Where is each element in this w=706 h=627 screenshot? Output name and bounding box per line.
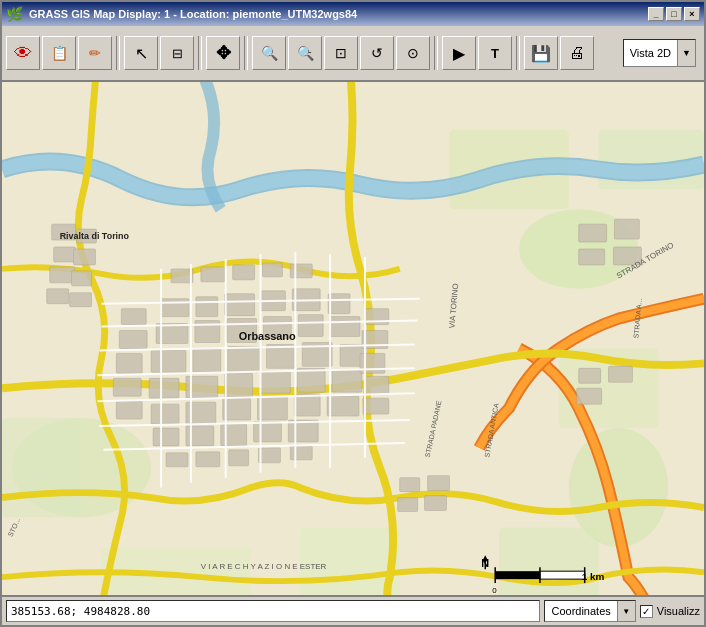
map-svg: VIA TORINO STRADA PADANE STRADA ANTICA S… [2,82,704,595]
zoom-in-button[interactable]: 🔍 [252,36,286,70]
svg-rect-65 [259,448,281,463]
print-icon: 🖨 [569,44,585,62]
close-button[interactable]: × [684,7,700,21]
svg-rect-34 [297,368,325,392]
svg-rect-70 [47,289,69,304]
svg-rect-75 [579,224,607,242]
separator-5 [516,36,520,70]
zoom-back-icon: ↺ [371,45,383,61]
toolbar: 👁 📋 ✏ ↖ ⊟ ✥ 🔍 🔍- [2,26,704,82]
zoom-region-icon: ⊡ [335,45,347,61]
svg-rect-113 [540,571,585,579]
separator-4 [434,36,438,70]
save-icon: 💾 [531,44,551,63]
svg-rect-35 [332,370,362,392]
layers-icon: 📋 [51,45,68,61]
separator-2 [198,36,202,70]
svg-rect-51 [116,401,142,419]
svg-rect-33 [261,371,291,393]
svg-rect-69 [50,267,75,283]
window-title: GRASS GIS Map Display: 1 - Location: pie… [29,8,357,20]
save-button[interactable]: 💾 [524,36,558,70]
svg-rect-66 [290,446,312,460]
svg-rect-41 [327,396,359,416]
svg-rect-80 [609,366,633,382]
svg-rect-36 [151,404,179,424]
coordinates-dropdown-button[interactable]: ▼ [617,601,635,621]
svg-rect-55 [365,376,389,394]
separator-3 [244,36,248,70]
select-button[interactable]: ⊟ [160,36,194,70]
zoom-in-icon: 🔍 [261,45,278,61]
svg-rect-44 [221,424,247,446]
svg-rect-61 [290,264,312,278]
zoom-region-button[interactable]: ⊡ [324,36,358,70]
svg-text:0: 0 [492,586,497,595]
svg-rect-39 [258,396,288,420]
svg-text:V I A  R E C H Y A Z I O N E  : V I A R E C H Y A Z I O N E ESTER [201,562,327,571]
svg-rect-23 [330,317,360,337]
svg-rect-13 [196,297,218,317]
coordinates-dropdown-label: Coordinates [545,605,616,617]
svg-rect-24 [151,350,186,372]
zoom-out-icon: 🔍- [297,45,314,61]
svg-rect-49 [116,353,142,373]
svg-rect-46 [288,420,318,442]
pan-icon: ✥ [216,42,231,64]
coordinates-value: 385153.68; 4984828.80 [11,605,150,618]
svg-rect-68 [54,247,76,262]
svg-text:Orbassano: Orbassano [239,330,296,342]
visualize-checkbox[interactable]: ✓ [640,605,653,618]
render-icon: ▶ [453,44,465,63]
svg-rect-83 [428,476,450,491]
svg-rect-56 [363,398,389,414]
view-select-label: Vista 2D [624,47,677,59]
svg-rect-73 [72,271,92,286]
zoom-extent-button[interactable]: ⊙ [396,36,430,70]
svg-rect-48 [119,331,147,349]
svg-rect-85 [425,496,447,511]
svg-rect-58 [201,267,225,282]
minimize-button[interactable]: _ [648,7,664,21]
svg-rect-32 [225,373,253,397]
coordinates-display: 385153.68; 4984828.80 [6,600,540,622]
show-map-button[interactable]: 👁 [6,36,40,70]
svg-rect-57 [171,269,193,283]
erase-button[interactable]: ✏ [78,36,112,70]
svg-rect-81 [577,388,602,404]
svg-rect-63 [196,452,220,467]
text-button[interactable]: T [478,36,512,70]
svg-rect-42 [153,428,179,446]
zoom-back-button[interactable]: ↺ [360,36,394,70]
visualize-checkbox-container: ✓ Visualizz [640,605,700,618]
svg-rect-64 [229,450,249,466]
title-bar: 🌿 GRASS GIS Map Display: 1 - Location: p… [2,2,704,26]
svg-rect-7 [2,418,82,517]
svg-rect-62 [166,453,188,467]
layer-manager-button[interactable]: 📋 [42,36,76,70]
zoom-out-button[interactable]: 🔍- [288,36,322,70]
render-button[interactable]: ▶ [442,36,476,70]
svg-rect-47 [121,309,146,325]
svg-rect-38 [223,398,251,420]
title-bar-controls: _ □ × [648,7,700,21]
separator-1 [116,36,120,70]
erase-icon: ✏ [89,45,101,61]
svg-rect-112 [495,571,540,579]
pointer-button[interactable]: ↖ [124,36,158,70]
restore-button[interactable]: □ [666,7,682,21]
svg-rect-30 [149,378,179,398]
svg-rect-50 [113,378,141,396]
status-bar: 385153.68; 4984828.80 Coordinates ▼ ✓ Vi… [2,595,704,625]
svg-rect-60 [263,263,283,277]
svg-rect-82 [400,478,420,492]
print-button[interactable]: 🖨 [560,36,594,70]
visualize-label: Visualizz [657,605,700,617]
svg-rect-59 [233,265,255,280]
view-select-dropdown[interactable]: ▼ [677,40,695,66]
pan-button[interactable]: ✥ [206,36,240,70]
svg-rect-25 [193,348,221,372]
map-area[interactable]: VIA TORINO STRADA PADANE STRADA ANTICA S… [2,82,704,595]
svg-rect-17 [328,294,350,314]
svg-rect-74 [70,293,92,307]
